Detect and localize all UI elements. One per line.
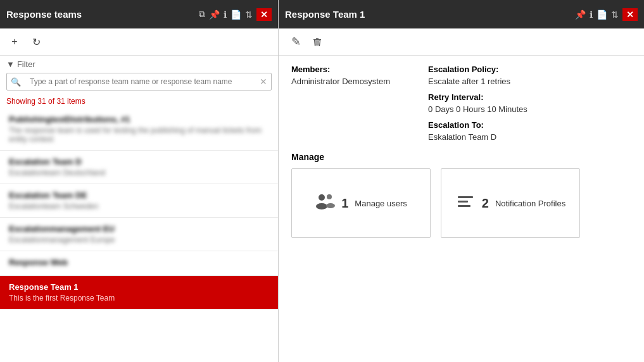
list-item-selected[interactable]: Response Team 1 This is the first Respon… [0,276,278,309]
delete-button[interactable] [309,34,325,50]
popup-icon[interactable]: ⧉ [199,9,205,20]
list-container: PublishingtestDistributions, #1 The resp… [0,108,278,362]
manage-users-card[interactable]: 1 Manage users [291,168,431,238]
manage-users-count: 1 [341,196,348,211]
right-content: Members: Administrator Demosystem Escala… [279,56,644,362]
right-panel: Response Team 1 📌 ℹ 📄 ⇅ ✕ ✎ Members: Adm… [279,0,644,362]
escalation-to-label: Escalation To: [428,120,527,130]
left-panel: Response teams ⧉ 📌 ℹ 📄 ⇅ ✕ + ↻ ▼ Filter … [0,0,279,362]
list-item-title: PublishingtestDistributions, #1 [9,115,269,124]
notification-profiles-label: Notification Profiles [495,199,565,208]
list-item[interactable]: PublishingtestDistributions, #1 The resp… [0,108,278,151]
manage-label: Manage [291,152,631,162]
users-icon [315,192,335,215]
list-item-desc: This is the first Response Team [9,294,269,303]
list-item-title: Response Web [9,258,269,267]
retry-interval-value: 0 Days 0 Hours 10 Minutes [428,104,527,114]
search-clear-button[interactable]: ✕ [256,73,271,90]
settings-icon[interactable]: ⇅ [245,9,253,20]
right-toolbar: ✎ [279,28,644,56]
svg-rect-11 [458,205,470,207]
list-item[interactable]: Response Web [0,251,278,276]
right-panel-header: Response Team 1 📌 ℹ 📄 ⇅ ✕ [279,0,644,28]
filter-section: ▼ Filter 🔍 ✕ [0,56,278,94]
right-close-button[interactable]: ✕ [622,8,638,21]
retry-interval-block: Retry Interval: 0 Days 0 Hours 10 Minute… [428,92,527,114]
svg-point-8 [326,203,335,208]
list-item-desc: Escalationteam Deutschland [9,168,269,177]
retry-interval-label: Retry Interval: [428,92,527,102]
manage-users-label: Manage users [355,199,407,208]
right-panel-title: Response Team 1 [285,9,365,20]
edit-button[interactable]: ✎ [287,34,304,50]
add-button[interactable]: + [6,34,23,50]
info-icon[interactable]: ℹ [224,9,227,20]
escalation-to-value: Eskalation Team D [428,132,527,142]
list-item-title: Escalation Team D [9,157,269,166]
notification-icon [455,192,476,215]
escalation-section: Escalation Policy: Escalate after 1 retr… [428,65,527,142]
escalation-policy-label: Escalation Policy: [428,65,527,74]
list-item[interactable]: Escalation Team DE Escalationteam Schwed… [0,184,278,218]
left-panel-title: Response teams [6,9,82,20]
export-icon[interactable]: 📄 [230,9,241,20]
info-icon[interactable]: ℹ [590,9,593,20]
notification-profiles-card[interactable]: 2 Notification Profiles [441,168,580,238]
export-icon[interactable]: 📄 [597,9,607,20]
list-item-desc: The response team is used for testing th… [9,126,269,144]
list-item-title: Escalation Team DE [9,190,269,200]
members-section: Members: Administrator Demosystem [291,65,390,142]
manage-section: Manage 1 Manage users [291,152,631,238]
filter-label: ▼ Filter [6,59,272,69]
left-panel-header: Response teams ⧉ 📌 ℹ 📄 ⇅ ✕ [0,0,278,28]
list-item[interactable]: Escalationmanagement EU Escalationmanage… [0,218,278,251]
svg-rect-9 [458,196,473,198]
svg-rect-10 [458,201,468,203]
refresh-button[interactable]: ↻ [28,34,44,50]
right-header-icons: 📌 ℹ 📄 ⇅ ✕ [575,8,638,21]
list-item-title: Response Team 1 [9,282,269,292]
notification-profiles-count: 2 [482,196,489,211]
members-label: Members: [291,65,390,74]
info-grid: Members: Administrator Demosystem Escala… [291,65,631,142]
pin-icon[interactable]: 📌 [575,9,586,20]
svg-point-7 [327,194,332,199]
left-header-icons: ⧉ 📌 ℹ 📄 ⇅ ✕ [199,8,272,21]
escalation-details: Escalation Policy: Escalate after 1 retr… [428,65,527,142]
escalation-policy-value: Escalate after 1 retries [428,77,527,86]
svg-point-5 [319,194,325,201]
search-input[interactable] [25,74,256,89]
settings-icon[interactable]: ⇅ [611,9,619,20]
pin-icon[interactable]: 📌 [209,9,220,20]
escalation-policy-block: Escalation Policy: Escalate after 1 retr… [428,65,527,86]
search-icon: 🔍 [7,74,25,90]
list-item-desc: Escalationteam Schweden [9,202,269,211]
escalation-to-block: Escalation To: Eskalation Team D [428,120,527,142]
left-toolbar: + ↻ [0,28,278,56]
list-item[interactable]: Escalation Team D Escalationteam Deutsch… [0,151,278,184]
close-button[interactable]: ✕ [256,8,272,21]
svg-rect-1 [316,38,319,39]
manage-cards: 1 Manage users 2 Notification Profiles [291,168,631,238]
members-value: Administrator Demosystem [291,77,390,86]
showing-text: Showing 31 of 31 items [0,94,278,108]
svg-point-6 [316,203,327,209]
list-item-title: Escalationmanagement EU [9,224,269,234]
list-item-desc: Escalationmanagement Europe [9,235,269,244]
search-box: 🔍 ✕ [6,73,272,91]
filter-icon: ▼ [6,59,15,69]
